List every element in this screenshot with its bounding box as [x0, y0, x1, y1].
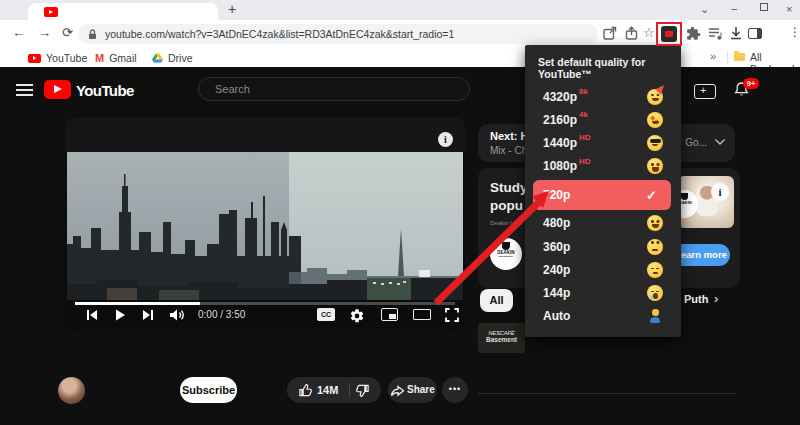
extensions-puzzle-icon[interactable]: [686, 26, 701, 41]
recommended-thumbnail[interactable]: NESCAFÉ Basement: [478, 323, 525, 353]
url-text: youtube.com/watch?v=3AtDnEC4zak&list=RD3…: [105, 24, 454, 44]
time-display: 0:00 / 3:50: [198, 309, 245, 320]
side-panel-icon[interactable]: [748, 28, 762, 39]
address-bar[interactable]: youtube.com/watch?v=3AtDnEC4zak&list=RD3…: [78, 24, 598, 44]
reload-button[interactable]: ⟳: [62, 25, 73, 40]
miniplayer-button[interactable]: [381, 308, 398, 321]
quality-tag: HD: [579, 133, 591, 142]
quality-emoji-roll-icon: [647, 239, 663, 255]
play-button[interactable]: [113, 308, 127, 322]
quality-extension-popup: Set default quality for YouTube™ 4320p8k…: [525, 45, 681, 337]
quality-emoji-grin-icon: [647, 158, 663, 174]
like-dislike-pill: 14M: [287, 377, 381, 403]
quality-option-1440p[interactable]: 1440pHD: [525, 131, 681, 154]
quality-emoji-squint-icon: [647, 262, 663, 278]
quality-label: 360p: [543, 240, 570, 254]
chevron-down-icon[interactable]: [714, 138, 726, 146]
youtube-logo-text[interactable]: YouTube: [76, 82, 134, 99]
all-bookmarks-folder-icon: [734, 53, 745, 61]
bookmark-star-icon[interactable]: ☆: [643, 25, 655, 40]
quality-emoji-cool-icon: [647, 135, 663, 151]
quality-option-2160p[interactable]: 2160p4k: [525, 108, 681, 131]
check-icon: ✓: [646, 187, 657, 202]
previous-button[interactable]: [85, 308, 99, 322]
more-actions-button[interactable]: •••: [442, 377, 468, 403]
quality-emoji-cry-icon: [647, 285, 663, 301]
bookmark-youtube[interactable]: YouTube: [28, 51, 87, 65]
tab-search-icon[interactable]: ⌄: [700, 3, 709, 16]
browser-menu-icon[interactable]: ⋮: [789, 25, 800, 39]
quality-label: 2160p: [543, 113, 577, 127]
video-info-icon[interactable]: i: [438, 132, 453, 147]
quality-emoji-smile-icon: [647, 215, 663, 231]
new-tab-button[interactable]: +: [228, 1, 236, 17]
close-button[interactable]: ×: [786, 3, 792, 15]
minimize-button[interactable]: −: [731, 3, 737, 15]
maximize-button[interactable]: [760, 3, 768, 11]
bookmarks-overflow-icon[interactable]: »: [710, 50, 716, 62]
ad-info-icon[interactable]: i: [711, 183, 729, 201]
quality-emoji-star-icon: [647, 112, 663, 128]
volume-icon[interactable]: [169, 308, 185, 322]
youtube-bookmark-icon: [28, 54, 41, 63]
youtube-favicon-icon: [44, 7, 58, 17]
browser-tab[interactable]: [28, 3, 218, 20]
search-input[interactable]: Search: [198, 77, 470, 101]
like-count: 14M: [317, 377, 338, 403]
quality-option-4320p[interactable]: 4320p8k: [525, 85, 681, 108]
quality-tag: 4k: [579, 110, 588, 119]
youtube-logo-icon[interactable]: [44, 80, 71, 99]
quality-options-list: 4320p8k2160p4k1440pHD1080pHD720p✓480p360…: [525, 85, 681, 328]
quality-option-144p[interactable]: 144p: [525, 281, 681, 304]
bookmark-drive[interactable]: Drive: [152, 51, 193, 65]
tab-strip: + ⌄ − ×: [0, 0, 800, 20]
quality-option-1080p[interactable]: 1080pHD: [525, 155, 681, 178]
subscribe-button[interactable]: Subscribe: [180, 377, 237, 403]
ad-thumbnail[interactable]: DEAKIN i: [678, 176, 734, 228]
quality-tag: 8k: [579, 87, 588, 96]
drive-icon: [152, 53, 163, 63]
share-icon[interactable]: [624, 26, 639, 41]
quality-option-auto[interactable]: Auto: [525, 305, 681, 328]
lock-icon: [88, 29, 97, 40]
share-button[interactable]: Share: [388, 377, 437, 403]
annotation-highlight-box: [656, 22, 682, 46]
chips-scroll-right-icon[interactable]: ›: [714, 291, 718, 306]
settings-gear-icon[interactable]: [349, 308, 365, 324]
quality-label: 480p: [543, 216, 570, 230]
download-icon[interactable]: [729, 26, 743, 40]
quality-option-240p[interactable]: 240p: [525, 258, 681, 281]
thumbs-up-icon[interactable]: [298, 383, 313, 397]
back-button[interactable]: ←: [12, 25, 25, 40]
search-placeholder: Search: [215, 78, 250, 101]
channel-avatar[interactable]: [58, 377, 85, 404]
filter-chip-partial[interactable]: Puth: [684, 293, 708, 305]
bookmark-gmail[interactable]: MGmail: [95, 51, 137, 65]
share-arrow-icon: [389, 383, 406, 397]
quality-label: 4320p: [543, 90, 577, 104]
quality-option-720p[interactable]: 720p✓: [533, 180, 671, 210]
thumbs-down-icon[interactable]: [355, 384, 370, 398]
video-player[interactable]: i: [65, 117, 465, 330]
playlist-icon[interactable]: [708, 26, 724, 40]
filter-chip-all[interactable]: All: [480, 289, 513, 312]
browser-window: + ⌄ − × ← → ⟳ youtube.com/watch?v=3AtDnE…: [0, 0, 800, 425]
quality-label: 144p: [543, 286, 570, 300]
quality-emoji-party-icon: [647, 89, 663, 105]
quality-option-360p[interactable]: 360p: [525, 235, 681, 258]
menu-hamburger-icon[interactable]: [16, 84, 33, 96]
progress-bar[interactable]: [75, 302, 455, 305]
captions-button[interactable]: CC: [317, 308, 335, 321]
quality-label: 1440p: [543, 136, 577, 150]
forward-button[interactable]: →: [38, 25, 51, 40]
notification-badge: 9+: [743, 78, 759, 89]
gmail-icon: M: [95, 52, 104, 64]
video-frame: [67, 152, 463, 300]
create-video-icon[interactable]: [694, 84, 716, 99]
quality-option-480p[interactable]: 480p: [525, 212, 681, 235]
fullscreen-button[interactable]: [445, 308, 459, 322]
open-in-new-icon[interactable]: [602, 26, 617, 41]
theater-mode-button[interactable]: [413, 309, 431, 320]
quality-label: Auto: [543, 309, 570, 323]
next-button[interactable]: [141, 308, 155, 322]
